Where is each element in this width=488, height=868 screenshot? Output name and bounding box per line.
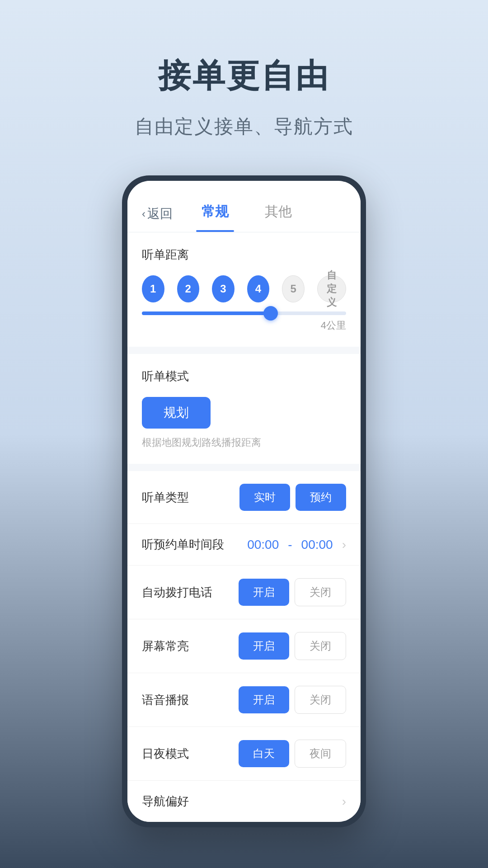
- voice-actions: 开启 关闭: [239, 686, 346, 714]
- nav-pref-row[interactable]: 导航偏好 ›: [127, 781, 361, 822]
- screen-on-actions: 开启 关闭: [239, 632, 346, 660]
- screen-on-label: 屏幕常亮: [142, 638, 189, 654]
- chevron-right-icon: ›: [342, 538, 346, 552]
- screen-on-row: 屏幕常亮 开启 关闭: [127, 619, 361, 673]
- mode-btn-plan[interactable]: 规划: [142, 397, 211, 429]
- screen-off-btn[interactable]: 关闭: [295, 632, 346, 660]
- nav-pref-chevron-icon: ›: [342, 794, 346, 809]
- time-end: 00:00: [301, 538, 333, 552]
- back-chevron-icon: ‹: [142, 208, 145, 220]
- day-night-actions: 白天 夜间: [239, 740, 346, 768]
- tab-general[interactable]: 常规: [183, 195, 247, 232]
- tab-other[interactable]: 其他: [247, 195, 310, 232]
- time-slot-actions: 00:00 - 00:00 ›: [247, 538, 346, 552]
- slider-thumb[interactable]: [263, 306, 278, 321]
- voice-row: 语音播报 开启 关闭: [127, 673, 361, 727]
- order-type-label: 听单类型: [142, 490, 189, 505]
- tab-bar: ‹ 返回 常规 其他: [127, 181, 361, 232]
- step-btn-4[interactable]: 4: [247, 275, 270, 302]
- time-separator: -: [288, 538, 292, 552]
- slider-value: 4公里: [142, 319, 346, 332]
- auto-call-row: 自动拨打电话 开启 关闭: [127, 566, 361, 619]
- auto-call-off-btn[interactable]: 关闭: [295, 578, 346, 606]
- order-type-row: 听单类型 实时 预约: [127, 471, 361, 524]
- order-type-actions: 实时 预约: [239, 484, 346, 511]
- day-btn[interactable]: 白天: [239, 740, 289, 767]
- distance-slider[interactable]: [142, 311, 346, 315]
- time-start: 00:00: [247, 538, 279, 552]
- page-title: 接单更自由: [158, 54, 330, 98]
- nav-pref-label: 导航偏好: [142, 793, 189, 809]
- distance-label: 听单距离: [142, 247, 346, 263]
- distance-section: 听单距离 1 2 3 4: [127, 232, 361, 347]
- slider-track: [142, 311, 346, 315]
- tabs-container: 常规 其他: [183, 195, 346, 232]
- voice-label: 语音播报: [142, 692, 189, 708]
- voice-off-btn[interactable]: 关闭: [295, 686, 346, 714]
- app-container: ‹ 返回 常规 其他 听单距离: [127, 181, 361, 822]
- step-btn-5[interactable]: 5: [282, 275, 305, 302]
- day-night-row: 日夜模式 白天 夜间: [127, 727, 361, 781]
- time-slot-row[interactable]: 听预约单时间段 00:00 - 00:00 ›: [127, 524, 361, 566]
- page-subtitle: 自由定义接单、导航方式: [135, 114, 353, 139]
- auto-call-actions: 开启 关闭: [239, 578, 346, 606]
- btn-realtime[interactable]: 实时: [239, 484, 290, 511]
- page-background: 接单更自由 自由定义接单、导航方式 ‹ 返回 常规 其他: [0, 0, 488, 868]
- back-label: 返回: [147, 205, 173, 222]
- night-btn[interactable]: 夜间: [295, 740, 346, 768]
- btn-reserved[interactable]: 预约: [296, 484, 346, 511]
- auto-call-on-btn[interactable]: 开启: [239, 579, 289, 606]
- day-night-label: 日夜模式: [142, 746, 189, 762]
- mode-hint: 根据地图规划路线播报距离: [142, 436, 346, 449]
- time-slot-label: 听预约单时间段: [142, 537, 224, 552]
- distance-steps: 1 2 3 4 5: [142, 275, 346, 302]
- mode-section: 听单模式 规划 根据地图规划路线播报距离: [127, 354, 361, 464]
- mode-label: 听单模式: [142, 368, 346, 384]
- slider-fill: [142, 311, 271, 315]
- auto-call-label: 自动拨打电话: [142, 585, 212, 600]
- screen-on-btn[interactable]: 开启: [239, 632, 289, 660]
- phone-screen: ‹ 返回 常规 其他 听单距离: [127, 181, 361, 822]
- step-btn-2[interactable]: 2: [177, 275, 200, 302]
- back-button[interactable]: ‹ 返回: [142, 205, 173, 222]
- voice-on-btn[interactable]: 开启: [239, 686, 289, 713]
- phone-mockup: ‹ 返回 常规 其他 听单距离: [122, 175, 366, 827]
- step-btn-3[interactable]: 3: [212, 275, 235, 302]
- step-btn-1[interactable]: 1: [142, 275, 164, 302]
- step-btn-custom[interactable]: 自定义: [317, 275, 346, 302]
